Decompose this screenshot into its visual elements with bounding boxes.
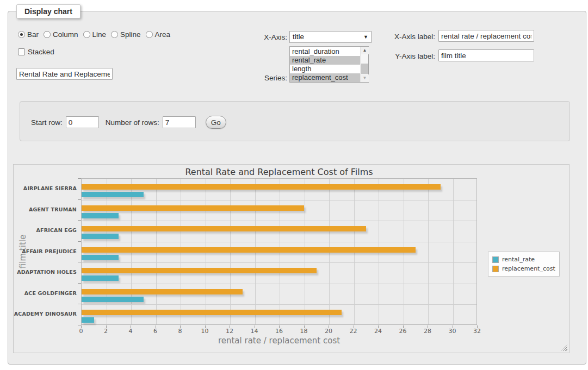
stacked-option[interactable]: Stacked [18,48,54,56]
num-rows-input[interactable] [163,116,196,128]
resize-handle-icon[interactable] [561,344,567,351]
chart-title: Rental Rate and Replacement Cost of Film… [81,167,477,177]
y-tick-mark [78,283,81,284]
y-tick-mark [78,199,81,200]
bar-replacement_cost [82,289,243,294]
bar-rental_rate [82,234,119,239]
chart-type-option-line[interactable]: Line [83,30,107,39]
y-axis-label-label: Y-Axis label: [393,52,435,60]
gridline [82,262,476,263]
y-tick-label: AGENT TRUMAN [14,199,77,221]
legend-item-replacement_cost: replacement_cost [492,264,555,273]
x-tick-label: 6 [147,328,164,335]
gridline [82,284,476,284]
chart-type-label: Column [53,30,78,39]
gridline [82,221,476,221]
x-tick-label: 0 [73,328,89,335]
scroll-up-icon[interactable]: ▲ [361,47,369,54]
x-tick-label: 32 [469,328,485,335]
x-tick-label: 16 [271,328,287,335]
series-option-rental_duration[interactable]: rental_duration [290,47,360,56]
series-option-length[interactable]: length [290,65,360,73]
panel-title: Display chart [16,4,81,18]
bar-replacement_cost [82,205,304,211]
listbox-scrollbar[interactable]: ▲ ▼ [360,47,368,82]
series-options: rental_durationrental_ratelengthreplacem… [290,47,360,82]
bar-replacement_cost [82,226,366,231]
legend-label: rental_rate [502,256,535,263]
radio-icon-spline[interactable] [111,31,118,38]
chart-legend: rental_ratereplacement_cost [488,252,560,277]
scrollbar-thumb[interactable] [361,64,368,74]
x-tick-label: 20 [320,328,337,335]
bar-rental_rate [82,275,119,281]
series-option-replacement_cost[interactable]: replacement_cost [290,73,360,82]
bar-rental_rate [82,192,144,197]
x-tick-label: 30 [444,328,461,335]
chart-type-label: Spline [120,30,141,39]
y-tick-label: AFRICAN EGG [14,220,77,241]
bar-replacement_cost [82,310,342,315]
x-axis-selected-value: title [293,33,304,41]
y-tick-mark [78,262,81,262]
go-button[interactable]: Go [206,116,226,129]
stacked-checkbox[interactable] [18,48,25,55]
y-tick-mark [78,325,81,325]
chart-type-label: Line [92,30,107,39]
chart-type-option-spline[interactable]: Spline [111,30,141,39]
chart-type-label: Area [155,30,171,39]
bar-replacement_cost [82,268,317,273]
num-rows-label: Number of rows: [106,118,159,127]
y-tick-label: AFFAIR PREJUDICE [14,241,77,262]
x-tick-label: 2 [98,328,114,335]
chart-title-input[interactable] [16,68,113,80]
legend-swatch [492,256,499,263]
stacked-label: Stacked [28,48,54,56]
gridline [428,179,429,324]
x-tick-label: 18 [296,328,312,335]
y-tick-label: ACE GOLDFINGER [14,283,77,304]
gridline [453,179,454,324]
x-tick-label: 4 [122,328,139,335]
y-tick-mark [78,178,81,179]
radio-icon-column[interactable] [44,31,51,38]
x-tick-label: 10 [197,328,213,335]
x-axis-label-label: X-Axis label: [393,33,435,41]
radio-icon-line[interactable] [83,31,90,38]
series-option-rental_rate[interactable]: rental_rate [290,56,360,65]
x-tick-label: 22 [345,328,362,335]
series-list-label: Series: [263,74,287,82]
legend-label: replacement_cost [502,265,555,272]
bar-rental_rate [82,297,144,302]
x-tick-label: 26 [395,328,411,335]
bar-rental_rate [82,255,119,260]
chart-type-option-column[interactable]: Column [44,30,78,39]
radio-icon-bar[interactable] [18,31,25,38]
x-tick-label: 12 [221,328,238,335]
x-axis-label-input[interactable] [438,30,534,42]
bar-replacement_cost [82,247,416,253]
bar-rental_rate [82,213,119,218]
y-tick-mark [78,241,81,242]
gridline [82,242,476,242]
plot-grid [81,178,477,325]
scroll-down-icon[interactable]: ▼ [361,74,369,82]
y-tick-label: AIRPLANE SIERRA [14,178,77,199]
start-row-label: Start row: [31,118,63,127]
bar-replacement_cost [82,184,441,190]
chart-type-option-area[interactable]: Area [146,30,171,39]
x-axis-select-label: X-Axis: [251,33,287,41]
bar-rental_rate [82,317,94,323]
series-listbox[interactable]: rental_durationrental_ratelengthreplacem… [289,46,369,83]
x-tick-label: 14 [246,328,263,335]
x-axis-title: rental rate / replacement cost [81,336,477,346]
y-axis-label-input[interactable] [438,49,534,61]
start-row-input[interactable] [66,116,99,128]
x-axis-select[interactable]: title ▼ [289,31,372,43]
radio-icon-area[interactable] [146,31,153,38]
chart-type-option-bar[interactable]: Bar [18,30,39,39]
chart-area: Rental Rate and Replacement Cost of Film… [13,164,570,353]
gridline [82,200,476,200]
legend-item-rental_rate: rental_rate [492,255,555,264]
x-tick-label: 24 [370,328,386,335]
